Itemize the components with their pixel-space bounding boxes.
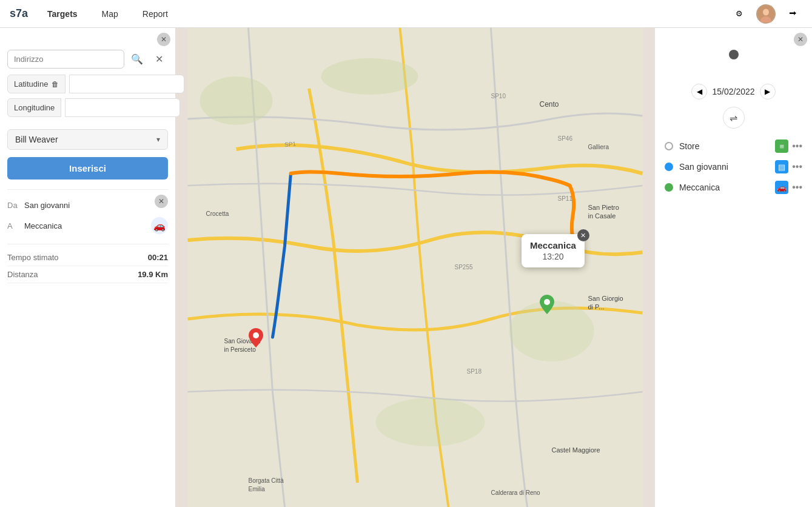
address-input[interactable] — [7, 50, 124, 69]
close-icon: ✕ — [158, 197, 164, 206]
route-panel: ✕ Da San giovanni A Meccanica 🚗 Tempo st… — [7, 189, 168, 283]
close-icon: ✕ — [797, 35, 804, 44]
meccanica-icons: 🚗 ••• — [775, 181, 802, 194]
record-dot — [729, 50, 739, 59]
right-panel-close-button[interactable]: ✕ — [794, 33, 807, 46]
nav-map[interactable]: Map — [97, 7, 123, 21]
svg-text:Galliera: Galliera — [588, 144, 609, 150]
search-icon: 🔍 — [131, 53, 143, 65]
sangiovanni-type-icon[interactable]: ▤ — [775, 160, 788, 173]
store-type-icon[interactable]: ≡ — [775, 139, 788, 153]
longitude-input[interactable] — [65, 98, 180, 117]
store-more-button[interactable]: ••• — [792, 141, 802, 152]
track-item-store: Store ≡ ••• — [665, 136, 802, 156]
route-to-row: A Meccanica 🚗 — [7, 213, 168, 238]
car-icon: 🚗 — [777, 183, 787, 192]
user-dropdown[interactable]: Bill Weaver ▾ — [7, 129, 168, 150]
meccanica-type-icon[interactable]: 🚗 — [775, 181, 788, 194]
chevron-right-icon: ▶ — [765, 87, 770, 96]
track-item-sangiovanni: San giovanni ▤ ••• — [665, 156, 802, 177]
date-nav: ◀ 15/02/2022 ▶ — [665, 84, 802, 99]
to-value: Meccanica — [24, 221, 146, 230]
svg-text:SP46: SP46 — [558, 135, 573, 142]
route-car-icon-btn[interactable]: 🚗 — [151, 217, 168, 234]
topnav: s7a Targets Map Report ⚙ ⮕ — [0, 0, 812, 28]
from-value: San giovanni — [24, 201, 168, 210]
logout-icon: ⮕ — [789, 9, 797, 18]
nav-targets[interactable]: Targets — [42, 7, 82, 21]
logout-button[interactable]: ⮕ — [783, 4, 802, 24]
sangiovanni-more-button[interactable]: ••• — [792, 161, 802, 172]
popup-close-button[interactable]: ✕ — [577, 229, 589, 241]
sangiovanni-marker[interactable] — [249, 328, 263, 350]
insert-button[interactable]: Inserisci — [7, 157, 168, 180]
settings-button[interactable]: ⚙ — [730, 4, 749, 24]
time-estimate-row: Tempo stimato 00:21 — [7, 249, 168, 266]
svg-point-25 — [544, 299, 550, 305]
map-svg: SP1 SP11 SP255 SP42 SP18 SP46 SP10 Cento… — [176, 28, 654, 507]
svg-text:Crocetta: Crocetta — [206, 210, 229, 217]
longitude-row: Longitudine — [7, 98, 168, 117]
marker-pin-red-icon — [249, 328, 263, 348]
popup-title: Meccanica — [530, 240, 576, 250]
longitude-label: Longitudine — [7, 98, 61, 117]
left-panel-close-button[interactable]: ✕ — [157, 33, 170, 46]
store-name: Store — [679, 141, 769, 151]
search-button[interactable]: 🔍 — [128, 50, 146, 69]
route-from-row: Da San giovanni — [7, 197, 168, 213]
meccanica-name: Meccanica — [679, 183, 769, 192]
marker-pin-icon — [540, 295, 554, 314]
share-icon: ⇌ — [730, 112, 737, 124]
map-area[interactable]: SP1 SP11 SP255 SP42 SP18 SP46 SP10 Cento… — [176, 28, 654, 507]
share-button[interactable]: ⇌ — [723, 107, 745, 129]
sangiovanni-dot — [665, 163, 673, 171]
route-close-button[interactable]: ✕ — [155, 195, 168, 208]
latitude-input[interactable] — [69, 75, 184, 93]
date-next-button[interactable]: ▶ — [760, 84, 776, 99]
from-label: Da — [7, 201, 19, 210]
meccanica-more-button[interactable]: ••• — [792, 182, 802, 193]
svg-point-5 — [200, 76, 273, 125]
latitude-label: Latitudine 🗑 — [7, 75, 65, 93]
gear-icon: ⚙ — [736, 9, 743, 18]
track-list: Store ≡ ••• San giovanni ▤ ••• — [665, 136, 802, 198]
date-label: 15/02/2022 — [712, 87, 754, 96]
svg-text:Calderara di Reno: Calderara di Reno — [491, 489, 541, 496]
date-prev-button[interactable]: ◀ — [691, 84, 707, 99]
route-stats: Tempo stimato 00:21 Distanza 19.9 Km — [7, 244, 168, 283]
svg-text:SP10: SP10 — [491, 93, 506, 99]
avatar[interactable] — [756, 4, 776, 24]
chevron-down-icon: ▾ — [156, 135, 160, 144]
close-icon: ✕ — [161, 35, 167, 44]
nav-report[interactable]: Report — [138, 7, 173, 21]
distance-value: 19.9 Km — [138, 270, 168, 279]
main-layout: ✕ 🔍 ✕ Latitudine 🗑 Longitudine — [0, 28, 812, 507]
svg-text:SP11: SP11 — [558, 195, 573, 202]
time-estimate-value: 00:21 — [148, 253, 168, 262]
trash-icon[interactable]: 🗑 — [52, 80, 59, 89]
store-icons: ≡ ••• — [775, 139, 802, 153]
svg-point-26 — [253, 332, 259, 338]
svg-text:SP1: SP1 — [284, 140, 297, 148]
record-indicator — [665, 50, 802, 62]
meccanica-marker[interactable] — [540, 295, 554, 317]
address-clear-button[interactable]: ✕ — [150, 50, 168, 69]
chevron-left-icon: ◀ — [697, 87, 702, 96]
track-item-meccanica: Meccanica 🚗 ••• — [665, 177, 802, 198]
svg-point-1 — [763, 8, 769, 15]
svg-text:Castel Maggiore: Castel Maggiore — [552, 446, 600, 454]
svg-point-6 — [321, 58, 418, 95]
grid-icon: ▤ — [778, 163, 785, 172]
right-panel: ✕ ◀ 15/02/2022 ▶ ⇌ Store — [654, 28, 812, 507]
meccanica-dot — [665, 183, 673, 192]
car-icon: 🚗 — [153, 220, 166, 232]
sangiovanni-icons: ▤ ••• — [775, 160, 802, 173]
topnav-icons: ⚙ ⮕ — [730, 4, 802, 24]
svg-text:SP18: SP18 — [467, 368, 482, 375]
store-dot — [665, 142, 673, 150]
share-btn-container: ⇌ — [665, 107, 802, 129]
address-row: 🔍 ✕ — [7, 50, 168, 69]
map-popup: ✕ Meccanica 13:20 — [522, 234, 585, 267]
app-logo: s7a — [10, 7, 28, 20]
avatar-image — [757, 5, 774, 22]
